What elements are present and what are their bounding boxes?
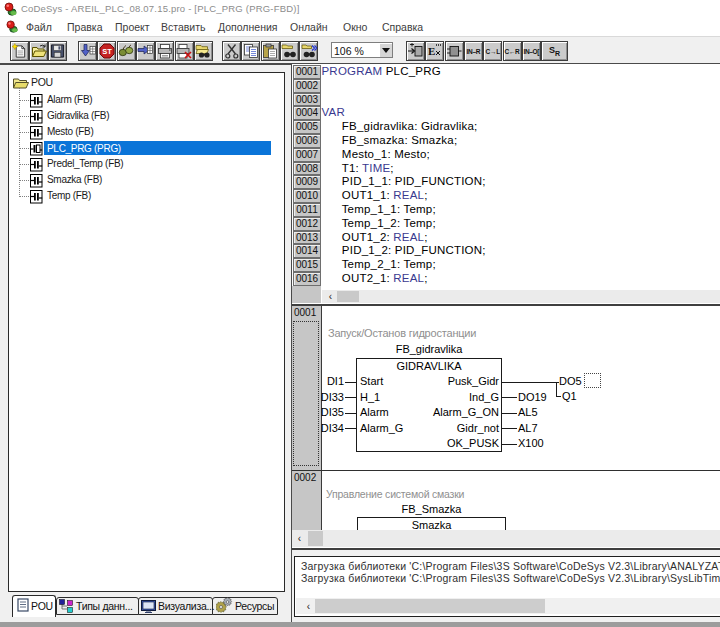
svg-text:E: E [428, 45, 435, 57]
svg-text:ST: ST [102, 47, 112, 56]
